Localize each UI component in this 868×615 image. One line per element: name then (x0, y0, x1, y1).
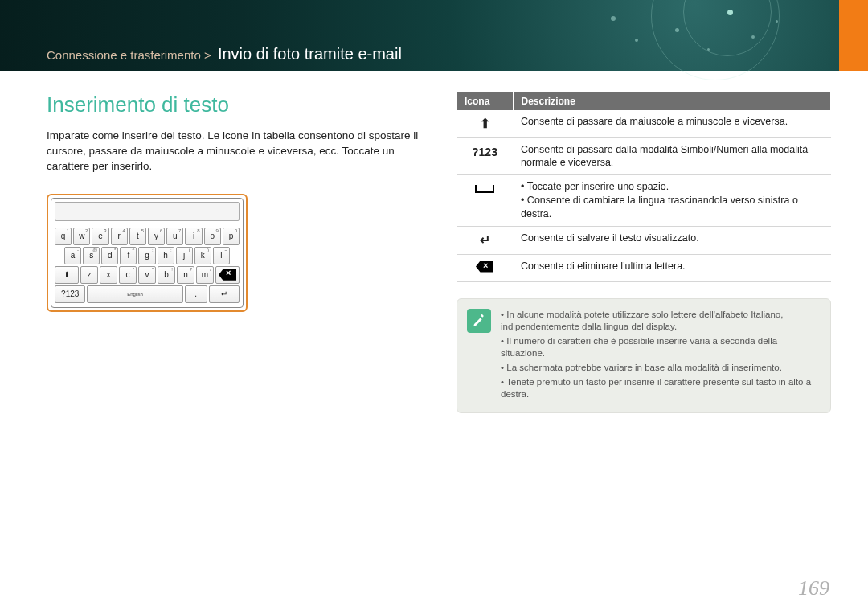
desc-cell: Consente di eliminare l'ultima lettera. (513, 254, 831, 282)
space-key: English (87, 285, 182, 303)
q-key: q1 (55, 228, 72, 245)
mode-key: ?123 (55, 285, 85, 303)
shift-key: ⬆ (55, 266, 79, 284)
e-key: e3 (92, 228, 108, 245)
section-title: Inserimento di testo (47, 92, 424, 117)
enter-key: ↵ (209, 285, 240, 303)
o-key: o9 (204, 228, 221, 245)
space-icon-cell (457, 175, 513, 227)
th-desc: Descrizione (513, 92, 831, 110)
shift-icon-cell: ⬆ (457, 110, 513, 137)
table-row: Consente di eliminare l'ultima lettera. (457, 254, 831, 282)
v-key: v" (138, 266, 156, 284)
note-item: Il numero di caratteri che è possibile i… (501, 335, 819, 359)
pen-icon (467, 309, 491, 333)
u-key: u7 (166, 228, 183, 245)
m-key: m/ (196, 266, 214, 284)
x-key: x (100, 266, 117, 284)
b-key: b! (158, 266, 175, 284)
s-key: s@ (83, 247, 100, 264)
backspace-icon-cell (457, 254, 513, 282)
table-row: ?123Consente di passare dalla modalità S… (457, 137, 831, 175)
page-number: 169 (798, 576, 829, 601)
table-row: ⬆Consente di passare da maiuscole a minu… (457, 110, 831, 137)
y-key: y6 (148, 228, 165, 245)
k-key: k) (194, 247, 211, 264)
desc-cell: Consente di passare dalla modalità Simbo… (513, 137, 831, 175)
enter-icon-cell: ↵ (457, 226, 513, 254)
keyboard-text-field (55, 202, 240, 221)
note-box: In alcune modalità potete utilizzare sol… (457, 298, 831, 413)
n-key: n? (177, 266, 194, 284)
p-key: p0 (223, 228, 240, 245)
period-key: . (185, 285, 207, 303)
w-key: w2 (73, 228, 90, 245)
icon-description-table: Icona Descrizione ⬆Consente di passare d… (457, 92, 831, 282)
z-key: z (80, 266, 98, 284)
r-key: r4 (111, 228, 128, 245)
sym123-icon-cell: ?123 (457, 137, 513, 175)
desc-cell: Toccate per inserire uno spazio.Consente… (513, 175, 831, 227)
f-key: f^ (120, 247, 137, 264)
h-key: h; (158, 247, 174, 264)
j-key: j( (176, 247, 193, 264)
decorative-dots (563, 0, 820, 71)
desc-cell: Consente di passare da maiuscole a minus… (513, 110, 831, 137)
i-key: i8 (185, 228, 202, 245)
breadcrumb-path: Connessione e trasferimento > (47, 48, 211, 62)
table-row: ↵Consente di salvare il testo visualizza… (457, 226, 831, 254)
c-key: c' (119, 266, 137, 284)
note-item: Tenete premuto un tasto per inserire il … (501, 376, 819, 400)
keyboard-illustration: q1w2e3r4t5y6u7i8o9p0 a-s@d*f^g:h;j(k)l~ … (47, 194, 248, 312)
breadcrumb: Connessione e trasferimento > Invio di f… (47, 45, 402, 64)
desc-cell: Consente di salvare il testo visualizzat… (513, 226, 831, 254)
note-item: La schermata potrebbe variare in base al… (501, 362, 819, 374)
page-title: Invio di foto tramite e-mail (218, 45, 402, 63)
g-key: g: (138, 247, 155, 264)
side-tab (839, 0, 868, 71)
l-key: l~ (213, 247, 230, 264)
intro-paragraph: Imparate come inserire del testo. Le ico… (47, 129, 424, 174)
a-key: a- (64, 247, 81, 264)
d-key: d* (101, 247, 118, 264)
backspace-key (215, 266, 240, 284)
table-row: Toccate per inserire uno spazio.Consente… (457, 175, 831, 227)
note-item: In alcune modalità potete utilizzare sol… (501, 309, 819, 333)
th-icon: Icona (457, 92, 513, 110)
t-key: t5 (129, 228, 146, 245)
